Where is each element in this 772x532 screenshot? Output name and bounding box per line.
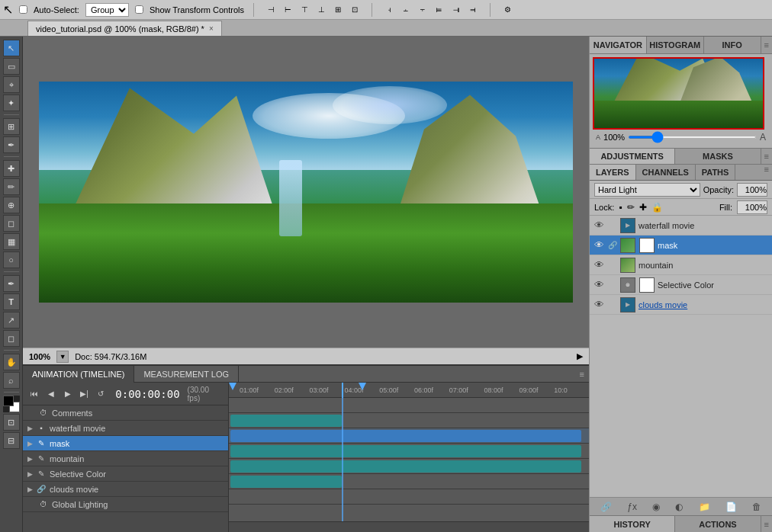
align-center-v-btn[interactable]: ⊞ [330, 2, 346, 18]
scroll-right-arrow[interactable]: ▶ [577, 351, 583, 361]
selcol-visibility-icon[interactable]: 👁 [593, 279, 605, 291]
lock-all-icon[interactable]: 🔒 [651, 202, 663, 213]
tab-close-btn[interactable]: × [209, 24, 214, 33]
align-bottom-btn[interactable]: ⊡ [347, 2, 362, 18]
mask-visibility-icon[interactable]: 👁 [593, 239, 605, 252]
mountain-bar[interactable] [230, 445, 581, 457]
selcol-expand-icon[interactable]: ▶ [27, 470, 33, 478]
layer-row-clouds[interactable]: 👁 ▶ clouds movie [590, 295, 772, 315]
eyedropper-btn[interactable]: ✒ [3, 136, 20, 153]
document-tab[interactable]: video_tutorial.psd @ 100% (mask, RGB/8#)… [27, 21, 222, 36]
loop-btn[interactable]: ↺ [94, 387, 108, 401]
histogram-tab[interactable]: HISTOGRAM [647, 37, 704, 53]
navigator-tab[interactable]: NAVIGATOR [590, 37, 647, 53]
timeline-options-btn[interactable]: ≡ [580, 370, 589, 379]
lock-position-icon[interactable]: ✚ [639, 202, 647, 213]
paths-tab[interactable]: PATHS [696, 165, 736, 180]
dist-left-btn[interactable]: ⫞ [381, 2, 397, 18]
play-btn[interactable]: ▶ [61, 387, 75, 401]
waterfall-expand-icon[interactable]: ▶ [27, 425, 33, 432]
align-left-btn[interactable]: ⊣ [263, 2, 278, 18]
adj-options-icon[interactable]: ≡ [761, 149, 772, 164]
dist-center-v-btn[interactable]: ⫣ [449, 2, 464, 18]
tl-waterfall-layer[interactable]: ▶ ▪ waterfall movie [23, 421, 228, 436]
channels-tab[interactable]: CHANNELS [636, 165, 696, 180]
actions-tab[interactable]: ACTIONS [675, 516, 761, 532]
color-chips[interactable] [3, 396, 20, 412]
lock-image-icon[interactable]: ✏ [627, 202, 635, 213]
selcol-bar[interactable] [230, 460, 581, 473]
path-sel-btn[interactable]: ↗ [3, 312, 20, 328]
transform-controls-checkbox[interactable] [135, 5, 143, 14]
measurement-log-tab[interactable]: MEASUREMENT LOG [134, 366, 239, 383]
brush-btn[interactable]: ✏ [3, 178, 20, 195]
clone-btn[interactable]: ⊕ [3, 197, 20, 213]
adjustments-tab[interactable]: ADJUSTMENTS [590, 149, 675, 164]
mask-expand-icon[interactable]: ▶ [27, 440, 33, 447]
tl-mask-layer[interactable]: ▶ ✎ mask [23, 436, 228, 451]
waterfall-visibility-icon[interactable]: 👁 [593, 220, 605, 232]
pen-btn[interactable]: ✒ [3, 275, 20, 292]
new-layer-btn[interactable]: 📄 [725, 502, 737, 512]
dist-right-btn[interactable]: ⫟ [415, 2, 430, 18]
magic-wand-btn[interactable]: ✦ [3, 95, 20, 111]
new-adjustment-btn[interactable]: ◐ [675, 502, 683, 512]
group-select-dropdown[interactable]: Group [85, 3, 129, 17]
move-tool-btn[interactable]: ↖ [3, 40, 20, 56]
go-start-btn[interactable]: ⏮ [27, 387, 41, 401]
marquee-tool-btn[interactable]: ▭ [3, 58, 20, 75]
delete-layer-btn[interactable]: 🗑 [752, 502, 761, 512]
zoom-menu-btn[interactable]: ▼ [56, 351, 69, 363]
crop-tool-btn[interactable]: ⊞ [3, 118, 20, 135]
tl-mountain-layer[interactable]: ▶ ✎ mountain [23, 451, 228, 466]
mask-bar[interactable] [230, 430, 581, 442]
more-options-btn[interactable]: ⚙ [500, 2, 515, 18]
align-right-btn[interactable]: ⊤ [297, 2, 312, 18]
link-layers-btn[interactable]: 🔗 [600, 502, 612, 512]
opacity-input[interactable] [737, 183, 767, 197]
mountain-expand-icon[interactable]: ▶ [27, 455, 33, 463]
align-top-btn[interactable]: ⊥ [314, 2, 329, 18]
layer-row-waterfall[interactable]: 👁 ▶ waterfall movie [590, 216, 772, 236]
layers-options-icon[interactable]: ≡ [764, 165, 772, 180]
zoom-btn[interactable]: ⌕ [3, 372, 20, 389]
align-center-h-btn[interactable]: ⊢ [280, 2, 295, 18]
fill-input[interactable] [737, 200, 767, 214]
layer-row-mask[interactable]: 👁 🔗 mask [590, 236, 772, 255]
shape-btn[interactable]: ◻ [3, 330, 20, 347]
add-mask-btn[interactable]: ◉ [652, 502, 660, 512]
dist-bottom-btn[interactable]: ⫤ [465, 2, 481, 18]
auto-select-checkbox[interactable] [19, 5, 27, 14]
layer-row-selcol[interactable]: 👁 ⊛ Selective Color [590, 275, 772, 295]
lock-transparent-icon[interactable]: ▪ [619, 202, 622, 213]
healing-btn[interactable]: ✚ [3, 160, 20, 177]
clouds-bar[interactable] [230, 476, 342, 488]
gradient-btn[interactable]: ▦ [3, 233, 20, 250]
history-options-icon[interactable]: ≡ [761, 516, 772, 532]
dodge-btn[interactable]: ○ [3, 252, 20, 268]
masks-tab[interactable]: MASKS [675, 149, 761, 164]
eraser-btn[interactable]: ◻ [3, 215, 20, 232]
dist-top-btn[interactable]: ⫢ [432, 2, 447, 18]
clouds-visibility-icon[interactable]: 👁 [593, 299, 605, 311]
screen-mode-btn[interactable]: ⊟ [3, 432, 20, 449]
layers-tab[interactable]: LAYERS [590, 165, 636, 180]
next-frame-btn[interactable]: ▶| [78, 387, 92, 401]
animation-timeline-tab[interactable]: ANIMATION (TIMELINE) [23, 366, 134, 383]
history-tab[interactable]: HISTORY [590, 516, 675, 532]
timeline-scrollbar[interactable] [229, 521, 589, 532]
new-group-btn[interactable]: 📁 [699, 502, 710, 512]
lasso-tool-btn[interactable]: ⌖ [3, 76, 20, 93]
type-btn[interactable]: T [3, 293, 20, 310]
tl-selective-color-layer[interactable]: ▶ ✎ Selective Color [23, 466, 228, 482]
zoom-in-icon[interactable]: A [760, 132, 766, 143]
zoom-out-icon[interactable]: A [596, 133, 600, 141]
hand-btn[interactable]: ✋ [3, 354, 20, 370]
info-tab[interactable]: INFO [704, 37, 761, 53]
clouds-expand-icon[interactable]: ▶ [27, 486, 33, 493]
prev-frame-btn[interactable]: ◀ [44, 387, 58, 401]
quick-mask-btn[interactable]: ⊡ [3, 414, 20, 431]
dist-center-h-btn[interactable]: ⫠ [398, 2, 413, 18]
blend-mode-select[interactable]: Hard Light Normal Multiply Screen Overla… [594, 183, 700, 197]
layer-row-mountain[interactable]: 👁 mountain [590, 255, 772, 275]
